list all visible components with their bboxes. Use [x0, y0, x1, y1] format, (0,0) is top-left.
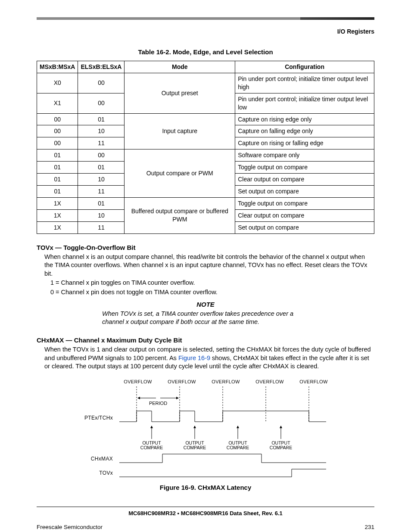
footer-doc: MC68HC908MR32 • MC68HC908MR16 Data Sheet… [37, 507, 374, 517]
cell: Set output on compare [235, 185, 374, 197]
cell: X0 [37, 73, 78, 93]
cell-mode: Output compare or PWM [125, 149, 235, 198]
cell: 1X [37, 209, 78, 221]
cell: 1X [37, 197, 78, 209]
ovf: OVERFLOW [292, 379, 336, 385]
table-title: Table 16-2. Mode, Edge, and Level Select… [37, 48, 374, 56]
tovx-body: When channel x is an output compare chan… [44, 253, 374, 278]
tovx-val-0: 0 = Channel x pin does not toggle on TIM… [50, 288, 374, 297]
cell: 00 [37, 125, 78, 137]
footer-vendor: Freescale Semiconductor [37, 523, 103, 531]
cell: 10 [78, 174, 125, 186]
oc: OUTPUTCOMPARE [227, 440, 249, 450]
cell: 11 [78, 221, 125, 233]
cell: Software compare only [235, 149, 374, 162]
cell: 10 [78, 209, 125, 221]
note-header: NOTE [37, 300, 374, 309]
cell-mode: Buffered output compare or buffered PWM [125, 197, 235, 233]
col-config: Configuration [235, 61, 374, 73]
cell: 01 [37, 174, 78, 186]
cell: 00 [78, 93, 125, 113]
label-ptex: PTEx/TCHx [84, 415, 113, 421]
overflow-row: OVERFLOW OVERFLOW OVERFLOW OVERFLOW OVER… [115, 379, 336, 385]
footer-page: 231 [364, 523, 374, 531]
cell: 1X [37, 221, 78, 233]
ovf: OVERFLOW [116, 379, 160, 385]
ovf: OVERFLOW [160, 379, 204, 385]
period-label: PERIOD [149, 401, 167, 406]
cell-mode: Input capture [125, 113, 235, 149]
oc: OUTPUTCOMPARE [184, 440, 206, 450]
cell: Pin under port control; initialize timer… [235, 93, 374, 113]
ovf: OVERFLOW [204, 379, 248, 385]
cell: Capture on falling edge only [235, 125, 374, 137]
cell: Pin under port control; initialize timer… [235, 73, 374, 93]
cell: Toggle output on compare [235, 162, 374, 174]
cell: 01 [78, 197, 125, 209]
cell: Toggle output on compare [235, 197, 374, 209]
cell: 00 [78, 73, 125, 93]
col-mode: Mode [125, 61, 235, 73]
cell: 01 [78, 113, 125, 125]
mode-table: MSxB:MSxA ELSxB:ELSxA Mode Configuration… [37, 61, 374, 233]
tovx-title: TOVx — Toggle-On-Overflow Bit [37, 243, 374, 252]
cell: Set output on compare [235, 221, 374, 233]
cell: 01 [37, 162, 78, 174]
cell: 11 [78, 185, 125, 197]
cell: Clear output on compare [235, 174, 374, 186]
note-body: When TOVx is set, a TIMA counter overflo… [102, 310, 309, 327]
ovf: OVERFLOW [248, 379, 292, 385]
figure-title: Figure 16-9. CHxMAX Latency [76, 483, 335, 492]
cell: Capture on rising edge only [235, 113, 374, 125]
col-elsxb: ELSxB:ELSxA [78, 61, 125, 73]
oc: OUTPUTCOMPARE [140, 440, 163, 450]
cell: 00 [37, 113, 78, 125]
cell: Capture on rising or falling edge [235, 137, 374, 149]
cell: 00 [37, 137, 78, 149]
cell: Clear output on compare [235, 209, 374, 221]
cell: X1 [37, 93, 78, 113]
timing-diagram: PERIOD PTEx/TCHx OUTPUTCOMPARE OUTPUTCOM… [76, 385, 335, 480]
cell-mode: Output preset [125, 73, 235, 114]
cell: 00 [78, 149, 125, 162]
cell: 01 [37, 149, 78, 162]
cell: 01 [78, 162, 125, 174]
figure-wrap: OVERFLOW OVERFLOW OVERFLOW OVERFLOW OVER… [76, 379, 335, 492]
col-msxb: MSxB:MSxA [37, 61, 78, 73]
cell: 01 [37, 185, 78, 197]
cell: 10 [78, 125, 125, 137]
label-chxmax: CHxMAX [91, 456, 113, 462]
oc: OUTPUTCOMPARE [270, 440, 292, 450]
tovx-val-1: 1 = Channel x pin toggles on TIMA counte… [50, 279, 374, 287]
cell: 11 [78, 137, 125, 149]
chxmax-body: When the TOVx is 1 and clear output on c… [44, 345, 374, 371]
label-tovx: TOVx [99, 470, 113, 476]
section-header: I/O Registers [37, 28, 374, 36]
chxmax-title: CHxMAX — Channel x Maximum Duty Cycle Bi… [37, 336, 374, 345]
header-rule [37, 17, 374, 20]
figure-xref[interactable]: Figure 16-9 [178, 355, 210, 361]
